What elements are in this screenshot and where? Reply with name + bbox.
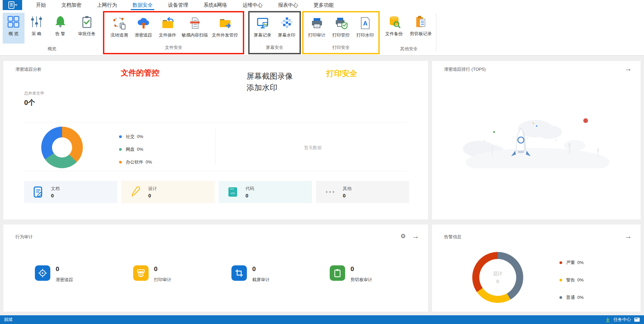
stat-print-audit[interactable]: 0 打印审计	[133, 265, 231, 283]
ribbon-button-file-outgoing-control[interactable]: 文件外发管控	[210, 14, 240, 45]
tab-report-center[interactable]: 报表中心	[270, 0, 306, 10]
stat-value: 0	[351, 265, 372, 273]
ribbon-button-file-operations[interactable]: 文件操作	[156, 14, 179, 45]
ribbon-button-label: 概 览	[9, 31, 19, 37]
ribbon-button-sensitive-content-scan[interactable]: 敏感内容扫描	[180, 14, 210, 45]
card-documents[interactable]: 文档 0	[24, 181, 117, 203]
tab-system-network[interactable]: 系统&网络	[196, 0, 235, 10]
card-design[interactable]: 设计 0	[121, 181, 215, 203]
db-search-icon	[387, 15, 401, 28]
tab-doc-encryption[interactable]: 文档加密	[54, 0, 89, 10]
panel-title: 行为审计	[15, 234, 33, 240]
tab-ops-center[interactable]: 运维中心	[235, 0, 270, 10]
tab-data-security[interactable]: 数据安全	[125, 0, 160, 10]
screen-watermark-icon	[280, 16, 293, 30]
tab-more-features[interactable]: 更多功能	[306, 0, 341, 10]
legend-dot-green	[119, 148, 122, 151]
stat-label: 打印审计	[154, 277, 171, 283]
card-value: 0	[148, 193, 157, 198]
ribbon-button-label: 审批任务	[78, 31, 96, 37]
ribbon-button-print-control[interactable]: 打印管控	[329, 14, 353, 45]
annotation-screen-line2: 添加水印	[247, 82, 293, 93]
tab-web-behavior[interactable]: 上网行为	[89, 0, 125, 10]
ribbon-button-print-audit[interactable]: 打印审计	[305, 14, 329, 45]
ribbon-button-label: 屏幕水印	[278, 32, 296, 38]
tab-start[interactable]: 开始	[28, 0, 54, 10]
stat-clipboard-audit[interactable]: 0 剪切板审计	[330, 265, 428, 283]
ribbon-button-approval-tasks[interactable]: 审批任务	[72, 13, 101, 44]
stat-screenshot-audit[interactable]: 0 截屏审计	[231, 265, 330, 283]
card-label: 设计	[148, 186, 157, 192]
panel-leak-trace-analysis: 泄密追踪分析 文件的管控 屏幕截图录像 添加水印 打印安全 总外发文件 0个 社…	[3, 61, 428, 219]
card-text: 其他 0	[343, 186, 352, 198]
legend-dot-blue	[119, 135, 122, 138]
ribbon-button-screen-watermark[interactable]: 屏幕水印	[275, 14, 299, 45]
ribbon-group-other-security: 文件备份 剪切板记录 其他安全	[382, 11, 435, 54]
doc-a-icon: A	[359, 16, 372, 30]
card-text: 文档 0	[51, 186, 60, 198]
stat-text: 0 截屏审计	[252, 265, 270, 283]
svg-text:</>: </>	[230, 192, 235, 195]
legend-item-normal: 普通 0%	[559, 289, 584, 306]
ribbon-button-clipboard-record[interactable]: 剪切板记录	[406, 13, 435, 44]
alert-total-label: 总计	[493, 271, 502, 277]
panel-title: 泄密追踪分析	[15, 66, 42, 72]
tab-list: 开始 文档加密 上网行为 数据安全 设备管理 系统&网络 运维中心 报表中心 更…	[28, 0, 341, 10]
legend-item-netdisk: 网盘 0%	[119, 143, 152, 156]
app-menu-button[interactable]	[3, 0, 22, 10]
target-icon	[38, 268, 47, 278]
ribbon-button-label: 打印管控	[332, 32, 350, 38]
ribbon-button-screen-record[interactable]: 屏幕记录	[251, 14, 274, 45]
overview-grid-icon	[7, 15, 20, 28]
doc-scan-icon	[188, 16, 202, 30]
vertical-divider	[215, 129, 216, 165]
ribbon-button-print-watermark[interactable]: A 打印水印	[354, 14, 377, 45]
folder-return-icon	[161, 16, 174, 30]
stat-value: 0	[154, 265, 171, 273]
annotation-screen-line1: 屏幕截图录像	[247, 70, 293, 82]
ribbon-button-label: 流转追溯	[111, 32, 128, 38]
legend-label: 严重 0%	[566, 260, 584, 266]
arrow-right-icon[interactable]: →	[412, 233, 419, 240]
alert-legend: 严重 0% 警告 0% 普通 0%	[559, 254, 584, 306]
application-window: 开始 文档加密 上网行为 数据安全 设备管理 系统&网络 运维中心 报表中心 更…	[0, 0, 644, 324]
ribbon-button-alerts[interactable]: 告 警	[49, 13, 72, 44]
card-value: 0	[246, 193, 254, 198]
panel-behavior-audit: 行为审计 ⚙ → 0 泄密追踪	[3, 224, 428, 312]
ribbon-button-leak-tracking[interactable]: 泄密追踪	[132, 14, 155, 45]
download-icon[interactable]	[605, 317, 610, 322]
gear-icon[interactable]: ⚙	[400, 233, 406, 239]
total-outgoing-files-value: 0个	[24, 98, 35, 107]
task-center-link[interactable]: 任务中心	[613, 317, 631, 323]
arrow-right-icon[interactable]: →	[625, 233, 632, 240]
ribbon-group-overview-buttons: 概 览 策 略	[3, 11, 101, 44]
ribbon-button-label: 策 略	[32, 31, 42, 37]
ribbon-button-policy[interactable]: 策 略	[25, 13, 48, 44]
card-code[interactable]: </> 代码 0	[219, 181, 312, 203]
tab-device-management[interactable]: 设备管理	[160, 0, 196, 10]
annotation-print-security: 打印安全	[326, 68, 357, 79]
stat-leak-tracking[interactable]: 0 泄密追踪	[35, 265, 133, 283]
printer-icon	[310, 16, 324, 30]
code-window-icon: </>	[227, 186, 239, 198]
ribbon-group-label: 文件安全	[104, 45, 243, 51]
legend-label: 普通 0%	[566, 295, 584, 301]
clipboard-check-icon	[80, 15, 94, 28]
ribbon-button-flow-trace[interactable]: 流转追溯	[108, 14, 131, 45]
folder-out-icon	[218, 16, 232, 30]
doc-pen-icon	[32, 186, 44, 198]
ribbon-button-file-backup[interactable]: 文件备份	[382, 13, 406, 44]
arrow-right-icon[interactable]: →	[625, 65, 632, 72]
legend-item-office-software: 办公软件 0%	[119, 156, 152, 169]
ribbon-group-screen-security: 屏幕记录 屏幕水印 屏	[248, 11, 301, 54]
legend-dot-orange	[119, 161, 122, 164]
stat-icon-box	[35, 265, 50, 281]
card-other[interactable]: 其他 0	[316, 181, 409, 203]
stat-label: 剪切板审计	[351, 277, 372, 283]
app-menu-icon	[7, 1, 17, 9]
task-window-icon[interactable]	[634, 317, 640, 322]
ribbon-button-overview[interactable]: 概 览	[3, 13, 24, 44]
ribbon-group-file-security: 流转追溯 泄密追踪 文件操作	[103, 11, 244, 54]
leak-cloud-icon	[137, 16, 150, 30]
ribbon-button-label: 屏幕记录	[254, 32, 271, 38]
